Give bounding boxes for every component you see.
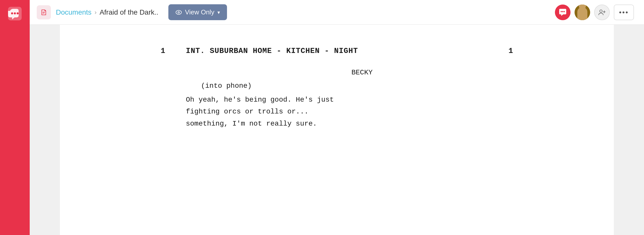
avatar-person-body	[577, 7, 587, 20]
svg-point-10	[562, 11, 563, 12]
view-only-button[interactable]: View Only ▾	[168, 4, 227, 20]
header-right: •••	[555, 5, 634, 20]
svg-point-11	[564, 11, 565, 12]
left-margin	[30, 25, 60, 235]
header-left: Documents › Afraid of the Dark.. View On…	[37, 4, 227, 20]
view-only-label: View Only	[185, 8, 214, 16]
avatar-person-head	[579, 5, 586, 10]
chevron-down-icon: ▾	[217, 9, 220, 15]
scene-heading-row: 1 INT. SUBURBAN HOME - KITCHEN - NIGHT 1	[161, 45, 513, 57]
svg-point-8	[178, 12, 179, 13]
app-logo[interactable]	[6, 5, 24, 23]
chat-icon-button[interactable]	[555, 5, 571, 20]
scene-number-right: 1	[498, 45, 513, 57]
dialogue-line-2: fighting orcs or trolls or...	[186, 106, 463, 118]
breadcrumb-current: Afraid of the Dark..	[100, 8, 158, 16]
svg-rect-4	[43, 12, 45, 12]
breadcrumb: Documents › Afraid of the Dark..	[56, 8, 158, 16]
more-options-button[interactable]: •••	[614, 5, 634, 20]
sidebar-strip	[0, 0, 30, 235]
more-options-label: •••	[619, 8, 629, 16]
breadcrumb-separator: ›	[95, 9, 97, 16]
parenthetical: (into phone)	[161, 80, 513, 92]
user-avatar[interactable]	[575, 5, 590, 20]
svg-rect-5	[43, 13, 45, 13]
screenplay: 1 INT. SUBURBAN HOME - KITCHEN - NIGHT 1…	[161, 45, 513, 130]
dialogue-line-3: something, I'm not really sure.	[186, 118, 463, 130]
main-area: Documents › Afraid of the Dark.. View On…	[30, 0, 644, 235]
svg-point-2	[14, 12, 16, 14]
scene-number-left: 1	[161, 45, 176, 57]
dialogue-line-1: Oh yeah, he's being good. He's just	[186, 94, 463, 106]
svg-point-3	[17, 12, 19, 14]
svg-point-12	[600, 10, 602, 12]
right-margin	[614, 25, 644, 235]
svg-point-9	[561, 11, 562, 12]
invite-people-button[interactable]	[594, 5, 610, 20]
svg-point-1	[11, 12, 13, 14]
document-icon-button[interactable]	[37, 5, 51, 19]
character-name: BECKY	[161, 67, 513, 78]
dialogue: Oh yeah, he's being good. He's just figh…	[161, 94, 513, 130]
header: Documents › Afraid of the Dark.. View On…	[30, 0, 644, 25]
breadcrumb-parent-link[interactable]: Documents	[56, 8, 92, 16]
scene-heading-text: INT. SUBURBAN HOME - KITCHEN - NIGHT	[176, 45, 498, 57]
document-container: 1 INT. SUBURBAN HOME - KITCHEN - NIGHT 1…	[60, 25, 614, 235]
content-area: 1 INT. SUBURBAN HOME - KITCHEN - NIGHT 1…	[30, 25, 644, 235]
